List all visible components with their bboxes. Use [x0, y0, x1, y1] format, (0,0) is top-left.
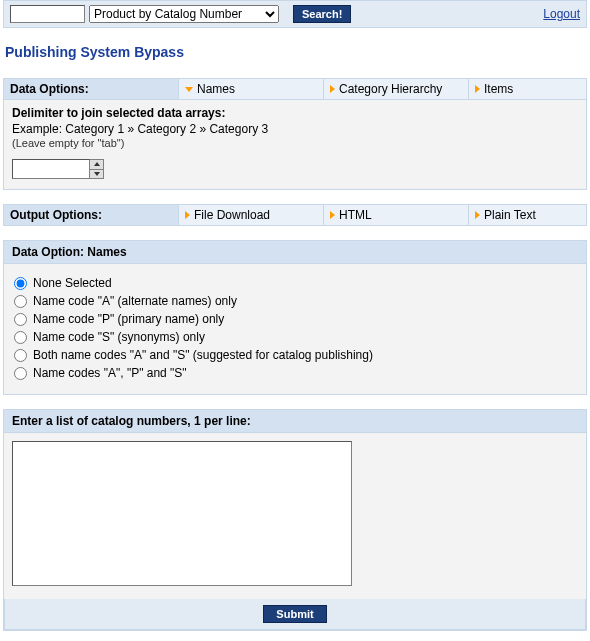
name-option-label: Name code "P" (primary name) only — [33, 312, 224, 326]
submit-bar: Submit — [4, 599, 586, 630]
tab-label: Category Hierarchy — [339, 82, 442, 96]
tab-names[interactable]: Names — [179, 79, 324, 99]
catalog-textarea[interactable] — [12, 441, 352, 586]
chevron-down-icon — [185, 87, 193, 92]
name-option-radio[interactable] — [14, 295, 27, 308]
names-box-header: Data Option: Names — [4, 241, 586, 264]
chevron-right-icon — [185, 211, 190, 219]
search-scope-select[interactable]: Product by Catalog Number — [89, 5, 279, 23]
name-option-row[interactable]: Name code "A" (alternate names) only — [12, 294, 578, 308]
name-option-label: Name code "A" (alternate names) only — [33, 294, 237, 308]
spinner-arrows — [90, 159, 104, 179]
name-option-row[interactable]: Name code "P" (primary name) only — [12, 312, 578, 326]
tab-html[interactable]: HTML — [324, 205, 469, 225]
name-option-radio[interactable] — [14, 313, 27, 326]
name-option-row[interactable]: Name codes "A", "P" and "S" — [12, 366, 578, 380]
name-option-radio[interactable] — [14, 277, 27, 290]
search-button[interactable]: Search! — [293, 5, 351, 23]
delimiter-heading: Delimiter to join selected data arrays: — [12, 106, 578, 120]
output-options-row: Output Options: File Download HTML Plain… — [3, 204, 587, 226]
tab-plain-text[interactable]: Plain Text — [469, 205, 586, 225]
name-option-label: Name codes "A", "P" and "S" — [33, 366, 187, 380]
name-option-label: None Selected — [33, 276, 112, 290]
name-option-radio[interactable] — [14, 349, 27, 362]
catalog-box: Enter a list of catalog numbers, 1 per l… — [3, 409, 587, 631]
output-options-header: Output Options: — [4, 205, 179, 225]
name-option-label: Both name codes "A" and "S" (suggested f… — [33, 348, 373, 362]
search-input[interactable] — [10, 5, 85, 23]
name-option-radio[interactable] — [14, 367, 27, 380]
name-option-row[interactable]: None Selected — [12, 276, 578, 290]
tab-items[interactable]: Items — [469, 79, 586, 99]
name-option-row[interactable]: Both name codes "A" and "S" (suggested f… — [12, 348, 578, 362]
tab-label: Names — [197, 82, 235, 96]
tab-label: File Download — [194, 208, 270, 222]
catalog-box-body — [4, 433, 586, 599]
chevron-right-icon — [475, 85, 480, 93]
tab-label: HTML — [339, 208, 372, 222]
logout-link[interactable]: Logout — [543, 7, 580, 21]
topbar: Product by Catalog Number Search! Logout — [3, 0, 587, 28]
name-option-radio[interactable] — [14, 331, 27, 344]
name-option-label: Name code "S" (synonyms) only — [33, 330, 205, 344]
tab-label: Items — [484, 82, 513, 96]
tab-label: Plain Text — [484, 208, 536, 222]
delimiter-example: Example: Category 1 » Category 2 » Categ… — [12, 122, 578, 136]
name-option-row[interactable]: Name code "S" (synonyms) only — [12, 330, 578, 344]
tab-category-hierarchy[interactable]: Category Hierarchy — [324, 79, 469, 99]
submit-button[interactable]: Submit — [263, 605, 326, 623]
page-title: Publishing System Bypass — [5, 44, 587, 60]
names-box-body: None Selected Name code "A" (alternate n… — [4, 264, 586, 394]
chevron-down-icon — [94, 172, 100, 176]
spinner-up-button[interactable] — [90, 160, 103, 170]
delimiter-spinner — [12, 159, 104, 179]
spinner-down-button[interactable] — [90, 170, 103, 179]
names-box: Data Option: Names None Selected Name co… — [3, 240, 587, 395]
data-options-row: Data Options: Names Category Hierarchy I… — [3, 78, 587, 100]
delimiter-hint: (Leave empty for "tab") — [12, 137, 578, 149]
delimiter-input[interactable] — [12, 159, 90, 179]
chevron-right-icon — [330, 85, 335, 93]
chevron-right-icon — [330, 211, 335, 219]
chevron-up-icon — [94, 162, 100, 166]
data-options-header: Data Options: — [4, 79, 179, 99]
chevron-right-icon — [475, 211, 480, 219]
catalog-box-header: Enter a list of catalog numbers, 1 per l… — [4, 410, 586, 433]
tab-file-download[interactable]: File Download — [179, 205, 324, 225]
delimiter-panel: Delimiter to join selected data arrays: … — [3, 100, 587, 190]
